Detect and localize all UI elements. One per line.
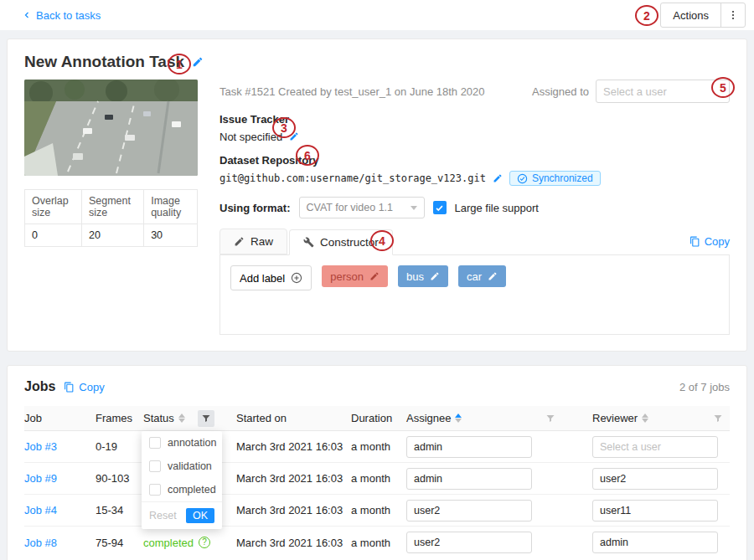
started-value: March 3rd 2021 16:03 xyxy=(236,537,343,549)
reviewer-input[interactable] xyxy=(592,532,718,553)
column-header-job: Job xyxy=(24,412,96,424)
reviewer-input[interactable] xyxy=(592,436,718,458)
reviewer-input[interactable] xyxy=(592,500,718,521)
assignee-input[interactable] xyxy=(406,468,532,490)
copy-icon xyxy=(689,236,700,247)
assignee-input[interactable] xyxy=(406,436,532,458)
checkbox-unchecked[interactable] xyxy=(149,460,161,472)
param-header-segment: Segment size xyxy=(81,190,143,224)
column-header-started: Started on xyxy=(236,412,351,424)
tab-raw[interactable]: Raw xyxy=(219,229,287,254)
copy-icon xyxy=(64,382,75,393)
large-file-checkbox[interactable] xyxy=(433,201,447,214)
sync-status-badge: Synchronized xyxy=(509,171,601,186)
jobs-count: 2 of 7 jobs xyxy=(679,381,730,393)
duration-value: a month xyxy=(351,440,390,453)
frames-value: 15-34 xyxy=(96,504,123,516)
task-preview-image xyxy=(24,80,198,176)
jobs-copy-link[interactable]: Copy xyxy=(64,381,104,393)
callout-6: 6 xyxy=(296,145,319,166)
filter-option-annotation[interactable]: annotation xyxy=(142,431,222,455)
pencil-icon[interactable] xyxy=(430,271,440,281)
sort-icon[interactable] xyxy=(642,414,648,423)
job-link[interactable]: Job #9 xyxy=(24,472,57,485)
assigned-to-label: Assigned to xyxy=(532,85,589,98)
format-selected-value: CVAT for video 1.1 xyxy=(307,202,394,213)
reviewer-input[interactable] xyxy=(592,468,718,490)
add-label-button[interactable]: Add label xyxy=(230,265,312,290)
duration-value: a month xyxy=(351,537,390,549)
job-link[interactable]: Job #3 xyxy=(24,440,57,453)
table-row: Job #8 75-94 completed ? March 3rd 2021 … xyxy=(24,527,730,558)
status-filter-dropdown: annotation validation completed Reset OK xyxy=(142,431,222,529)
labels-constructor-panel: Add label person bus xyxy=(219,254,730,335)
label-tag-car-name: car xyxy=(467,270,482,283)
pencil-icon[interactable] xyxy=(488,271,498,281)
callout-2: 2 xyxy=(635,5,658,26)
job-link[interactable]: Job #8 xyxy=(24,537,57,549)
table-row: Job #4 15-34 March 3rd 2021 16:03 a mont… xyxy=(24,495,730,527)
check-circle-icon xyxy=(517,173,528,184)
callout-3: 3 xyxy=(272,117,296,138)
filter-ok-button[interactable]: OK xyxy=(186,508,214,523)
tab-raw-label: Raw xyxy=(250,235,273,248)
started-value: March 3rd 2021 16:03 xyxy=(236,440,343,453)
callout-5: 5 xyxy=(711,77,735,98)
build-icon xyxy=(303,237,314,248)
sort-icon[interactable] xyxy=(455,414,462,423)
column-header-reviewer[interactable]: Reviewer xyxy=(592,412,730,424)
edit-title-icon[interactable] xyxy=(192,56,204,68)
assignee-filter-icon[interactable] xyxy=(545,414,555,424)
pencil-icon[interactable] xyxy=(369,271,380,281)
table-row: Job #3 0-19 March 3rd 2021 16:03 a month xyxy=(24,431,730,463)
checkbox-unchecked[interactable] xyxy=(149,437,161,449)
actions-button[interactable]: Actions xyxy=(660,3,746,28)
duration-value: a month xyxy=(351,472,390,485)
job-link[interactable]: Job #4 xyxy=(24,504,57,516)
dots-vertical-icon xyxy=(727,8,739,22)
edit-repository-icon[interactable] xyxy=(493,173,503,183)
jobs-copy-label: Copy xyxy=(79,381,104,393)
assignee-input[interactable] xyxy=(406,532,532,553)
issue-tracker-label: Issue Tracker xyxy=(219,113,730,126)
label-tag-person[interactable]: person xyxy=(322,265,388,287)
using-format-label: Using format: xyxy=(219,202,291,214)
actions-more-segment[interactable] xyxy=(720,3,745,27)
column-header-duration: Duration xyxy=(351,412,406,424)
label-tag-car[interactable]: car xyxy=(458,265,506,287)
chevron-left-icon xyxy=(22,10,32,20)
actions-label[interactable]: Actions xyxy=(661,3,720,27)
param-header-overlap: Overlap size xyxy=(25,190,82,224)
task-params-table: Overlap size Segment size Image quality … xyxy=(24,189,198,247)
jobs-table: Job Frames Status Started on Duration As… xyxy=(24,406,730,558)
sort-icon[interactable] xyxy=(178,414,185,423)
reviewer-filter-icon[interactable] xyxy=(713,414,723,424)
plus-circle-icon xyxy=(291,272,302,284)
status-filter-icon[interactable] xyxy=(198,410,214,427)
jobs-title: Jobs xyxy=(24,379,55,394)
duration-value: a month xyxy=(351,504,390,516)
column-header-status[interactable]: Status xyxy=(143,410,236,427)
column-header-frames: Frames xyxy=(96,412,143,424)
column-header-assignee[interactable]: Assignee xyxy=(406,412,592,424)
labels-copy-link[interactable]: Copy xyxy=(689,235,730,248)
assigned-to-input[interactable] xyxy=(596,80,730,103)
label-tag-bus[interactable]: bus xyxy=(398,265,448,287)
checkbox-unchecked[interactable] xyxy=(149,484,161,496)
assignee-input[interactable] xyxy=(406,500,532,521)
format-select[interactable]: CVAT for video 1.1 xyxy=(299,197,425,218)
label-tag-person-name: person xyxy=(330,270,364,283)
callout-4: 4 xyxy=(370,230,394,251)
filter-reset-button[interactable]: Reset xyxy=(149,510,177,521)
dataset-repository-url: git@github.com:username/git_storage_v123… xyxy=(219,172,486,184)
frames-value: 90-103 xyxy=(96,472,129,485)
filter-option-completed[interactable]: completed xyxy=(142,478,222,501)
task-meta-text: Task #1521 Created by test_user_1 on Jun… xyxy=(219,85,485,98)
back-to-tasks-link[interactable]: Back to tasks xyxy=(22,9,101,22)
label-tag-bus-name: bus xyxy=(406,270,424,283)
param-value-segment: 20 xyxy=(81,224,143,247)
param-value-quality: 30 xyxy=(144,224,198,247)
filter-option-validation[interactable]: validation xyxy=(142,455,222,478)
param-header-quality: Image quality xyxy=(144,190,198,224)
table-row: Job #9 90-103 March 3rd 2021 16:03 a mon… xyxy=(24,463,730,495)
